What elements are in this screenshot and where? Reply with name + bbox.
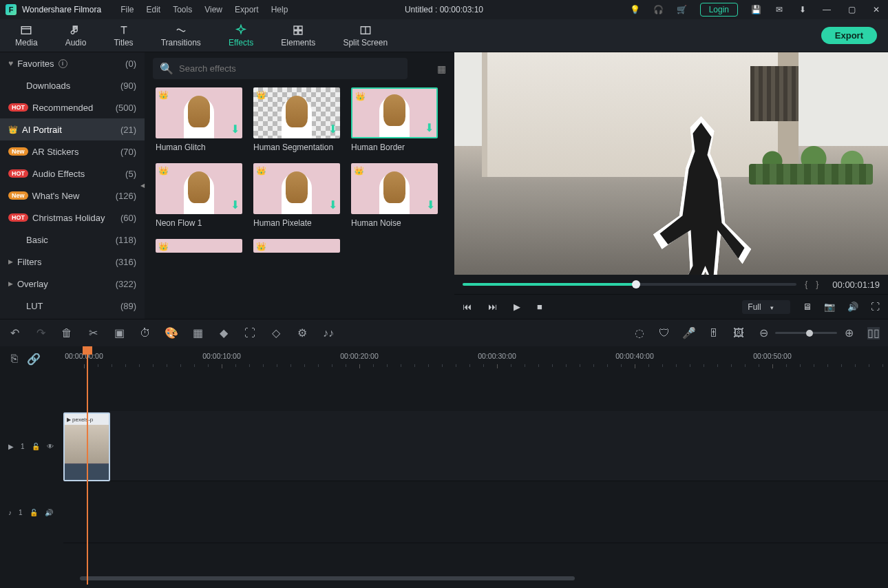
- quality-select[interactable]: Full ▾: [742, 300, 790, 314]
- link-icon[interactable]: 🔗: [28, 353, 40, 365]
- save-icon[interactable]: 💾: [750, 4, 761, 15]
- effect-card-partial[interactable]: 👑: [253, 239, 340, 253]
- lightbulb-icon[interactable]: 💡: [630, 4, 641, 15]
- search-input[interactable]: [179, 63, 401, 74]
- delete-button[interactable]: 🗑: [61, 327, 73, 339]
- tab-titles[interactable]: Titles: [109, 21, 137, 50]
- playhead-marker[interactable]: [83, 346, 92, 355]
- tab-media[interactable]: Media: [11, 21, 42, 50]
- effect-card-neon-flow-1[interactable]: 👑 ⬇ Neon Flow 1: [156, 163, 242, 228]
- menu-help[interactable]: Help: [271, 5, 288, 14]
- lock-icon[interactable]: 🔓: [32, 443, 40, 450]
- visibility-icon[interactable]: 👁: [47, 443, 54, 450]
- track-add-icon[interactable]: ⎘: [8, 353, 21, 365]
- sidebar-item-downloads[interactable]: Downloads(90): [0, 74, 145, 96]
- snapshot-icon[interactable]: 📷: [824, 302, 835, 312]
- play-button[interactable]: ▶: [514, 302, 520, 312]
- menu-edit[interactable]: Edit: [147, 5, 161, 14]
- fullscreen-icon[interactable]: ⛶: [871, 302, 880, 312]
- download-icon[interactable]: ⬇: [328, 123, 337, 136]
- seek-track[interactable]: [463, 283, 796, 286]
- prev-frame-button[interactable]: ⏮: [463, 302, 472, 312]
- sidebar-item-recommended[interactable]: HOTRecommended(500): [0, 96, 145, 118]
- grid-view-icon[interactable]: ▦: [437, 63, 446, 74]
- timeline-body[interactable]: 00:00:00:0000:00:10:0000:00:20:0000:00:3…: [63, 346, 888, 585]
- sidebar-collapse-handle[interactable]: ◀: [140, 172, 145, 200]
- mute-icon[interactable]: 🔊: [45, 509, 53, 516]
- minimize-button[interactable]: —: [821, 5, 833, 14]
- tab-elements[interactable]: Elements: [277, 21, 319, 50]
- track-manage-icon[interactable]: ▯▯: [867, 327, 880, 339]
- export-button[interactable]: Export: [821, 27, 877, 44]
- lock-icon[interactable]: 🔓: [30, 509, 38, 516]
- effect-card-human-noise[interactable]: 👑 ⬇ Human Noise: [351, 163, 438, 228]
- sidebar-item-ai-portrait[interactable]: 👑AI Portrait(21): [0, 118, 145, 140]
- tab-effects[interactable]: Effects: [224, 21, 257, 50]
- undo-button[interactable]: ↶: [8, 327, 21, 339]
- menu-tools[interactable]: Tools: [173, 5, 192, 14]
- volume-icon[interactable]: 🔊: [847, 302, 858, 312]
- playhead-line[interactable]: [87, 355, 88, 585]
- fit-button[interactable]: ⛶: [244, 327, 256, 339]
- effect-card-human-segmentation[interactable]: 👑 ⬇ Human Segmentation: [253, 87, 340, 152]
- login-button[interactable]: Login: [700, 3, 738, 17]
- mark-in-icon[interactable]: {: [805, 280, 807, 289]
- tab-audio[interactable]: Audio: [61, 21, 91, 50]
- timeline-scrollbar[interactable]: [63, 576, 888, 582]
- redo-button[interactable]: ↷: [34, 327, 47, 339]
- mark-out-icon[interactable]: }: [816, 280, 818, 289]
- tab-transitions[interactable]: Transitions: [157, 21, 205, 50]
- sidebar-item-what-s-new[interactable]: NewWhat's New(126): [0, 185, 145, 207]
- image-icon[interactable]: 🖼: [732, 327, 745, 339]
- zoom-in-button[interactable]: ⊕: [843, 327, 855, 339]
- mic-icon[interactable]: 🎤: [683, 327, 695, 339]
- speed-button[interactable]: ⏱: [139, 327, 151, 339]
- menu-view[interactable]: View: [204, 5, 222, 14]
- zoom-slider[interactable]: [775, 332, 837, 334]
- split-button[interactable]: ✂: [87, 327, 99, 339]
- menu-file[interactable]: File: [120, 5, 134, 14]
- adjust-button[interactable]: ⚙: [296, 327, 308, 339]
- sidebar-item-ar-stickers[interactable]: NewAR Stickers(70): [0, 140, 145, 162]
- stop-button[interactable]: ■: [537, 302, 542, 312]
- cart-icon[interactable]: 🛒: [677, 4, 688, 15]
- sidebar-item-filters[interactable]: ▶Filters(316): [0, 251, 145, 273]
- sidebar-item-audio-effects[interactable]: HOTAudio Effects(5): [0, 162, 145, 185]
- download-icon[interactable]: ⬇: [797, 4, 808, 15]
- zoom-out-button[interactable]: ⊖: [757, 327, 770, 339]
- close-button[interactable]: ✕: [870, 5, 882, 14]
- audio-track-row[interactable]: [63, 481, 888, 543]
- video-track-row[interactable]: ▶pexels-p: [63, 411, 888, 481]
- sidebar-item-overlay[interactable]: ▶Overlay(322): [0, 273, 145, 295]
- preview-video[interactable]: [454, 52, 888, 275]
- shield-icon[interactable]: 🛡: [658, 327, 670, 339]
- effect-card-human-glitch[interactable]: 👑 ⬇ Human Glitch: [156, 87, 242, 152]
- crop-button[interactable]: ▣: [113, 327, 125, 339]
- search-effects[interactable]: 🔍: [153, 58, 408, 79]
- effect-card-partial[interactable]: 👑: [156, 239, 242, 253]
- sidebar-item-lut[interactable]: LUT(89): [0, 295, 145, 317]
- sidebar-item-basic[interactable]: Basic(118): [0, 229, 145, 251]
- maximize-button[interactable]: ▢: [845, 5, 858, 14]
- download-icon[interactable]: ⬇: [328, 198, 337, 211]
- tab-split-screen[interactable]: Split Screen: [339, 21, 392, 50]
- green-screen-button[interactable]: ▦: [191, 327, 204, 339]
- download-icon[interactable]: ⬇: [425, 121, 434, 134]
- timeline-ruler[interactable]: 00:00:00:0000:00:10:0000:00:20:0000:00:3…: [63, 346, 888, 371]
- marker-button[interactable]: ◇: [270, 327, 282, 339]
- color-button[interactable]: 🎨: [165, 327, 178, 339]
- sidebar-item-christmas-holiday[interactable]: HOTChristmas Holiday(60): [0, 207, 145, 229]
- download-icon[interactable]: ⬇: [231, 123, 240, 136]
- keyframe-button[interactable]: ◆: [218, 327, 230, 339]
- info-icon[interactable]: i: [59, 59, 67, 68]
- menu-export[interactable]: Export: [235, 5, 259, 14]
- download-icon[interactable]: ⬇: [231, 198, 240, 211]
- display-icon[interactable]: 🖥: [803, 302, 812, 312]
- effect-card-human-pixelate[interactable]: 👑 ⬇ Human Pixelate: [253, 163, 340, 228]
- next-frame-button[interactable]: ⏭: [488, 302, 497, 312]
- sidebar-item-favorites[interactable]: ♥Favoritesi(0): [0, 52, 145, 74]
- mail-icon[interactable]: ✉: [774, 4, 785, 15]
- mixer-icon[interactable]: 🎚: [708, 327, 720, 339]
- download-icon[interactable]: ⬇: [426, 198, 435, 211]
- audio-button[interactable]: ♪♪: [322, 327, 335, 339]
